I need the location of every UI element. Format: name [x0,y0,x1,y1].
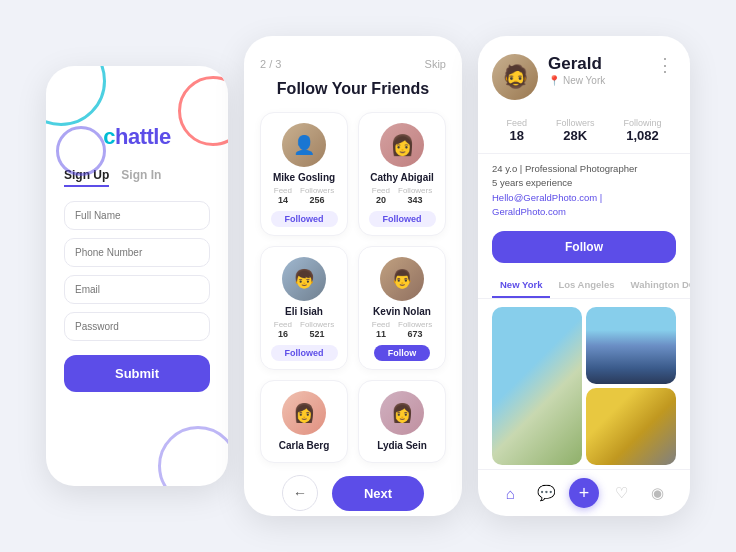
email-input[interactable] [64,275,210,304]
messages-icon[interactable]: 💬 [533,479,561,507]
step-indicator: 2 / 3 [260,58,281,70]
follow-btn-kevin[interactable]: Follow [374,345,431,361]
bottom-nav-row: ← Next [260,475,446,511]
friend-card-lydia: 👩 Lydia Sein [358,380,446,463]
friend-name-carla: Carla Berg [279,440,330,451]
profile-info: Gerald 📍 New York [548,54,644,86]
friend-stats-kevin: Feed11 Followers673 [372,320,432,339]
friend-card-carla: 👩 Carla Berg [260,380,348,463]
loc-tab-dc[interactable]: Wahington DC [623,273,690,298]
profile-bio: 24 y.o | Professional Photographer 5 yea… [478,154,690,227]
profile-stats: Feed 18 Followers 28K Following 1,082 [478,112,690,154]
profile-icon[interactable]: ◉ [644,479,672,507]
bottom-navigation: ⌂ 💬 + ♡ ◉ [478,469,690,516]
loc-tab-newyork[interactable]: New York [492,273,550,298]
stat-feed: Feed 18 [506,118,527,143]
avatar-mike: 👤 [282,123,326,167]
friend-card-eli: 👦 Eli Isiah Feed16 Followers521 Followed [260,246,348,370]
phone-input[interactable] [64,238,210,267]
follow-btn-cathy[interactable]: Followed [369,211,436,227]
follow-btn-mike[interactable]: Followed [271,211,338,227]
friend-card-cathy: 👩 Cathy Abigail Feed20 Followers343 Foll… [358,112,446,236]
password-input[interactable] [64,312,210,341]
friend-name-eli: Eli Isiah [285,306,323,317]
avatar-eli: 👦 [282,257,326,301]
friend-stats-mike: Feed14 Followers256 [274,186,334,205]
fullname-input[interactable] [64,201,210,230]
add-button[interactable]: + [569,478,599,508]
profile-avatar: 🧔 [492,54,538,100]
auth-tabs: Sign Up Sign In [64,168,210,187]
skip-button[interactable]: Skip [425,58,446,70]
likes-icon[interactable]: ♡ [607,479,635,507]
profile-name: Gerald [548,54,644,74]
friends-grid: 👤 Mike Gosling Feed14 Followers256 Follo… [260,112,446,463]
friend-stats-cathy: Feed20 Followers343 [372,186,432,205]
avatar-kevin: 👨 [380,257,424,301]
location-tabs: New York Los Angeles Wahington DC [478,273,690,299]
friend-name-mike: Mike Gosling [273,172,335,183]
friend-name-kevin: Kevin Nolan [373,306,431,317]
follow-btn-eli[interactable]: Followed [271,345,338,361]
home-icon[interactable]: ⌂ [496,479,524,507]
phone-signup: chattle Sign Up Sign In Submit [46,66,228,486]
avatar-cathy: 👩 [380,123,424,167]
follow-title: Follow Your Friends [260,80,446,98]
stat-following: Following 1,082 [623,118,661,143]
profile-header: 🧔 Gerald 📍 New York ⋮ [478,36,690,112]
next-button[interactable]: Next [332,476,424,511]
photo-skyline [586,307,676,384]
submit-button[interactable]: Submit [64,355,210,392]
phone-profile: 🧔 Gerald 📍 New York ⋮ Feed 18 Followers … [478,36,690,516]
more-options-button[interactable]: ⋮ [654,54,676,76]
step-row: 2 / 3 Skip [260,58,446,70]
tab-signup[interactable]: Sign Up [64,168,109,187]
photo-statue-liberty [492,307,582,465]
avatar-carla: 👩 [282,391,326,435]
friend-card-mike: 👤 Mike Gosling Feed14 Followers256 Follo… [260,112,348,236]
profile-location: 📍 New York [548,75,644,86]
avatar-lydia: 👩 [380,391,424,435]
friend-card-kevin: 👨 Kevin Nolan Feed11 Followers673 Follow [358,246,446,370]
stat-followers: Followers 28K [556,118,595,143]
tab-signin[interactable]: Sign In [121,168,161,187]
friend-stats-eli: Feed16 Followers521 [274,320,334,339]
photo-grid [478,307,690,465]
follow-button[interactable]: Follow [492,231,676,263]
app-logo: chattle [103,124,170,150]
back-button[interactable]: ← [282,475,318,511]
friend-name-cathy: Cathy Abigail [370,172,434,183]
photo-taxis [586,388,676,465]
loc-tab-la[interactable]: Los Angeles [550,273,622,298]
phone-follow: 2 / 3 Skip Follow Your Friends 👤 Mike Go… [244,36,462,516]
friend-name-lydia: Lydia Sein [377,440,427,451]
